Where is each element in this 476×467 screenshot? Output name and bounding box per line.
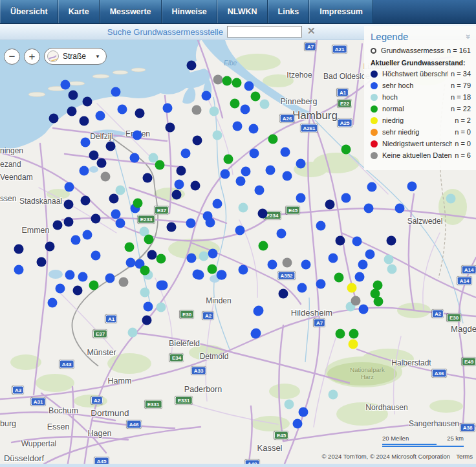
station-marker-sehr_hoch[interactable]: [144, 302, 153, 312]
station-marker-hoechstwert[interactable]: [187, 61, 197, 71]
station-marker-sehr_hoch[interactable]: [341, 193, 351, 203]
station-marker-sehr_hoch[interactable]: [301, 260, 311, 270]
station-marker-sehr_hoch[interactable]: [241, 167, 251, 177]
nav-tab-messwerte[interactable]: Messwerte: [100, 0, 162, 23]
station-marker-hoch[interactable]: [116, 186, 125, 195]
station-marker-sehr_hoch[interactable]: [367, 182, 377, 192]
station-marker-sehr_hoch[interactable]: [181, 149, 191, 158]
station-marker-normal[interactable]: [125, 243, 135, 252]
station-marker-niedrig[interactable]: [347, 283, 357, 293]
station-marker-sehr_hoch[interactable]: [249, 124, 259, 134]
station-marker-hoch[interactable]: [140, 288, 150, 298]
zoom-out-button[interactable]: −: [4, 49, 20, 65]
station-marker-keine[interactable]: [213, 75, 223, 85]
station-marker-sehr_hoch[interactable]: [48, 298, 58, 308]
station-marker-sehr_hoch[interactable]: [316, 221, 326, 231]
station-marker-sehr_hoch[interactable]: [133, 131, 142, 140]
station-marker-hoch[interactable]: [260, 100, 270, 109]
station-marker-keine[interactable]: [101, 172, 111, 182]
station-marker-hoechstwert[interactable]: [80, 116, 89, 126]
station-marker-hoechstwert[interactable]: [143, 173, 153, 183]
station-marker-sehr_hoch[interactable]: [281, 147, 290, 157]
station-marker-normal[interactable]: [222, 76, 232, 86]
zoom-in-button[interactable]: +: [24, 49, 40, 65]
station-marker-sehr_hoch[interactable]: [186, 219, 196, 228]
station-marker-niedrig[interactable]: [349, 340, 358, 349]
station-marker-sehr_hoch[interactable]: [244, 81, 254, 91]
station-marker-sehr_hoch[interactable]: [299, 407, 308, 417]
station-marker-hoechstwert[interactable]: [67, 107, 77, 116]
station-marker-normal[interactable]: [349, 329, 359, 339]
nav-tab-nlwkn[interactable]: NLWKN: [217, 0, 268, 23]
station-marker-sehr_hoch[interactable]: [65, 182, 74, 192]
station-marker-sehr_hoch[interactable]: [293, 419, 303, 429]
station-marker-hoch[interactable]: [329, 390, 338, 400]
station-marker-normal[interactable]: [208, 265, 217, 274]
station-marker-sehr_hoch[interactable]: [407, 182, 417, 191]
station-marker-sehr_hoch[interactable]: [71, 235, 81, 245]
station-marker-hoechstwert[interactable]: [166, 123, 175, 133]
station-marker-sehr_hoch[interactable]: [65, 270, 75, 280]
station-marker-sehr_hoch[interactable]: [175, 180, 184, 190]
station-marker-hoechstwert[interactable]: [191, 181, 200, 191]
station-marker-sehr_hoch[interactable]: [195, 270, 204, 280]
station-marker-sehr_hoch[interactable]: [316, 279, 326, 289]
station-marker-hoechstwert[interactable]: [258, 209, 268, 219]
nav-tab-übersicht[interactable]: Übersicht: [0, 0, 58, 23]
station-marker-normal[interactable]: [341, 145, 351, 155]
station-marker-hoechstwert[interactable]: [135, 109, 145, 118]
station-marker-normal[interactable]: [89, 281, 99, 290]
search-input[interactable]: [227, 26, 302, 38]
station-marker-hoechstwert[interactable]: [53, 221, 63, 230]
station-marker-sehr_hoch[interactable]: [61, 80, 70, 90]
station-marker-hoch[interactable]: [285, 400, 294, 409]
station-marker-sehr_hoch[interactable]: [358, 260, 368, 270]
station-marker-sehr_hoch[interactable]: [116, 219, 125, 228]
station-marker-sehr_hoch[interactable]: [217, 270, 226, 280]
basemap-selector[interactable]: Straße ▼: [44, 48, 107, 65]
station-marker-sehr_hoch[interactable]: [235, 226, 245, 235]
station-marker-hoechstwert[interactable]: [193, 136, 202, 146]
station-marker-sehr_hoch[interactable]: [254, 307, 263, 316]
station-marker-sehr_hoch[interactable]: [364, 204, 374, 213]
station-marker-sehr_hoch[interactable]: [91, 251, 101, 261]
station-marker-hoechstwert[interactable]: [109, 194, 119, 204]
station-marker-hoechstwert[interactable]: [91, 214, 101, 224]
station-marker-hoechstwert[interactable]: [81, 196, 91, 206]
station-marker-hoechstwert[interactable]: [89, 151, 99, 160]
station-marker-normal[interactable]: [230, 99, 240, 109]
station-marker-sehr_hoch[interactable]: [283, 171, 292, 181]
station-marker-sehr_hoch[interactable]: [352, 237, 362, 246]
station-marker-hoechstwert[interactable]: [97, 158, 107, 168]
station-marker-sehr_hoch[interactable]: [118, 105, 127, 114]
station-marker-sehr_hoch[interactable]: [251, 329, 261, 339]
terms-link[interactable]: Terms: [456, 453, 473, 460]
station-marker-sehr_hoch[interactable]: [96, 111, 105, 121]
station-marker-hoechstwert[interactable]: [37, 257, 47, 267]
station-marker-sehr_hoch[interactable]: [365, 250, 375, 259]
station-marker-sehr_hoch[interactable]: [239, 265, 248, 275]
station-marker-sehr_hoch[interactable]: [56, 284, 65, 294]
station-marker-hoch[interactable]: [128, 328, 138, 338]
station-marker-normal[interactable]: [155, 160, 165, 170]
station-marker-normal[interactable]: [251, 92, 261, 102]
station-marker-hoechstwert[interactable]: [336, 236, 345, 246]
station-marker-sehr_hoch[interactable]: [78, 272, 88, 282]
station-marker-sehr_hoch[interactable]: [268, 260, 277, 270]
station-marker-hoch[interactable]: [157, 303, 166, 312]
station-marker-sehr_hoch[interactable]: [221, 169, 230, 179]
station-marker-normal[interactable]: [232, 78, 242, 88]
nav-tab-links[interactable]: Links: [268, 0, 310, 23]
station-marker-normal[interactable]: [374, 297, 384, 307]
station-marker-hoch[interactable]: [213, 131, 222, 140]
station-marker-hoechstwert[interactable]: [147, 250, 157, 260]
station-marker-hoechstwert[interactable]: [14, 244, 24, 254]
collapse-legend-icon[interactable]: »: [464, 34, 473, 39]
station-marker-normal[interactable]: [157, 254, 166, 264]
station-marker-hoechstwert[interactable]: [49, 114, 59, 124]
nav-tab-hinweise[interactable]: Hinweise: [162, 0, 217, 23]
station-marker-sehr_hoch[interactable]: [206, 218, 215, 228]
station-marker-sehr_hoch[interactable]: [105, 274, 115, 283]
station-marker-hoch[interactable]: [387, 265, 397, 274]
station-marker-sehr_hoch[interactable]: [111, 87, 121, 97]
